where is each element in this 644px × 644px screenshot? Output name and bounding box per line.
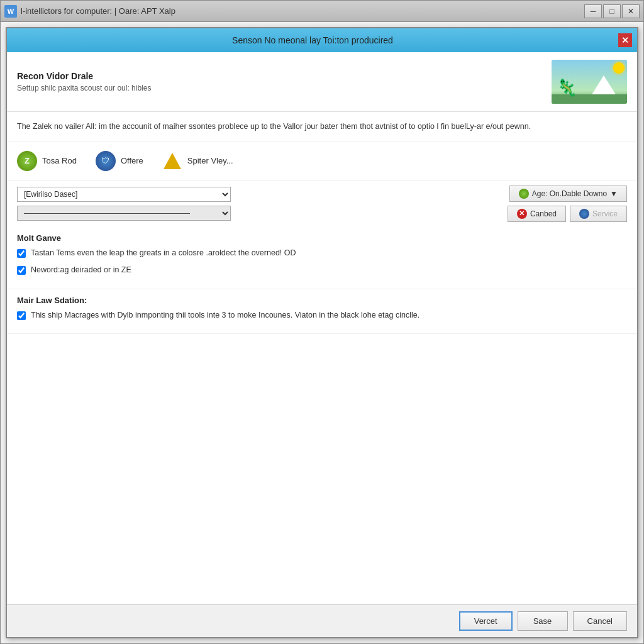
tosa-rod-icon: Z (17, 151, 37, 171)
main-content: Senson No meonal lay Toi:ton producired … (1, 22, 643, 643)
sun-decoration (613, 62, 625, 74)
dialog-header: Recon Vidor Drale Settup shilc paxita sc… (7, 52, 637, 112)
maximize-button[interactable]: □ (603, 4, 621, 18)
sub-dropdown-row: —————————————————————— (17, 206, 501, 221)
vercet-button[interactable]: Vercet (459, 611, 513, 631)
window-controls: ─ □ ✕ (584, 4, 640, 18)
molt-checkbox-2-row: Neword:ag deiraded or in ZE (17, 265, 627, 276)
controls-right: Age: On.Dable Downo ▼ ✕ Canbed Service (508, 186, 627, 222)
dialog: Senson No meonal lay Toi:ton producired … (6, 27, 638, 638)
mair-checkbox-1[interactable] (17, 311, 26, 320)
cancel-button[interactable]: Cancel (573, 611, 627, 631)
main-dropdown-row: [Ewirilso Dasec] (17, 187, 501, 202)
outer-close-button[interactable]: ✕ (622, 4, 640, 18)
mair-law-section: Mair Law Sdation: This ship Macrages wit… (7, 289, 637, 335)
service-button[interactable]: Service (570, 206, 627, 222)
dropdown-arrow-icon: ▼ (610, 189, 618, 198)
molt-checkbox-1-row: Tastan Tems even the leap the greats in … (17, 248, 627, 259)
outer-window: W l-intellictors for computer: | Oare: A… (0, 0, 644, 644)
molt-checkbox-1-label: Tastan Tems even the leap the greats in … (31, 248, 296, 259)
dialog-title: Senson No meonal lay Toi:ton producired (12, 35, 613, 45)
sase-button[interactable]: Sase (518, 611, 568, 631)
spacer (7, 334, 637, 604)
mair-checkbox-1-label: This ship Macrages with Dylb inmponting … (31, 310, 419, 321)
outer-window-title: l-intellictors for computer: | Oare: APT… (21, 6, 580, 16)
mair-checkbox-1-row: This ship Macrages with Dylb inmponting … (17, 310, 627, 321)
canbed-icon: ✕ (517, 209, 527, 219)
minimize-button[interactable]: ─ (584, 4, 602, 18)
service-icon (579, 209, 589, 219)
action-buttons-row: ✕ Canbed Service (508, 206, 627, 222)
molt-checkbox-1[interactable] (17, 249, 26, 258)
icons-row: Z Tosa Rod 🛡 Offere Spiter Vley... (7, 142, 637, 180)
icon-item-tosa-rod[interactable]: Z Tosa Rod (17, 151, 77, 171)
offere-label: Offere (121, 156, 143, 165)
main-dropdown[interactable]: [Ewirilso Dasec] (17, 187, 231, 202)
controls-left: [Ewirilso Dasec] —————————————————————— (17, 187, 501, 221)
dialog-footer: Vercet Sase Cancel (7, 604, 637, 637)
status-dropdown-button[interactable]: Age: On.Dable Downo ▼ (509, 186, 627, 202)
dialog-close-button[interactable]: ✕ (618, 33, 632, 47)
molt-checkbox-2[interactable] (17, 266, 26, 275)
sub-dropdown[interactable]: —————————————————————— (17, 206, 231, 221)
icon-item-offere[interactable]: 🛡 Offere (96, 151, 143, 171)
controls-row: [Ewirilso Dasec] —————————————————————— … (7, 180, 637, 227)
dialog-header-title: Recon Vidor Drale (17, 71, 552, 81)
molt-ganve-title: Molt Ganve (17, 233, 627, 243)
app-icon: W (4, 5, 17, 18)
tosa-rod-label: Tosa Rod (42, 156, 77, 165)
status-dropdown-row: Age: On.Dable Downo ▼ (509, 186, 627, 202)
status-label: Age: On.Dable Downo (532, 189, 607, 198)
mascot-image: 🦎 (552, 60, 627, 104)
spiter-vley-label: Spiter Vley... (187, 156, 233, 165)
outer-titlebar: W l-intellictors for computer: | Oare: A… (1, 1, 643, 22)
description-text: The Zalek no vailer All: im the accounit… (7, 112, 637, 142)
molt-ganve-section: Molt Ganve Tastan Tems even the leap the… (7, 227, 637, 289)
offere-icon: 🛡 (96, 151, 116, 171)
icon-item-spiter-vley[interactable]: Spiter Vley... (162, 151, 233, 171)
status-icon (519, 189, 529, 199)
mair-law-title: Mair Law Sdation: (17, 296, 627, 305)
dialog-titlebar: Senson No meonal lay Toi:ton producired … (7, 28, 637, 52)
mascot-character: 🦎 (557, 78, 577, 97)
molt-checkbox-2-label: Neword:ag deiraded or in ZE (31, 265, 131, 276)
canbed-button[interactable]: ✕ Canbed (508, 206, 566, 222)
dialog-header-text: Recon Vidor Drale Settup shilc paxita sc… (17, 71, 552, 92)
dialog-header-subtitle: Settup shilc paxita scoust our oul: hibl… (17, 84, 552, 92)
